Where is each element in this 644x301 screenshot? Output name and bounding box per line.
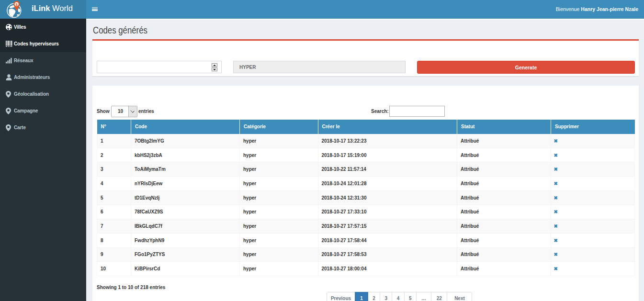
- svg-text:$: $: [15, 2, 18, 7]
